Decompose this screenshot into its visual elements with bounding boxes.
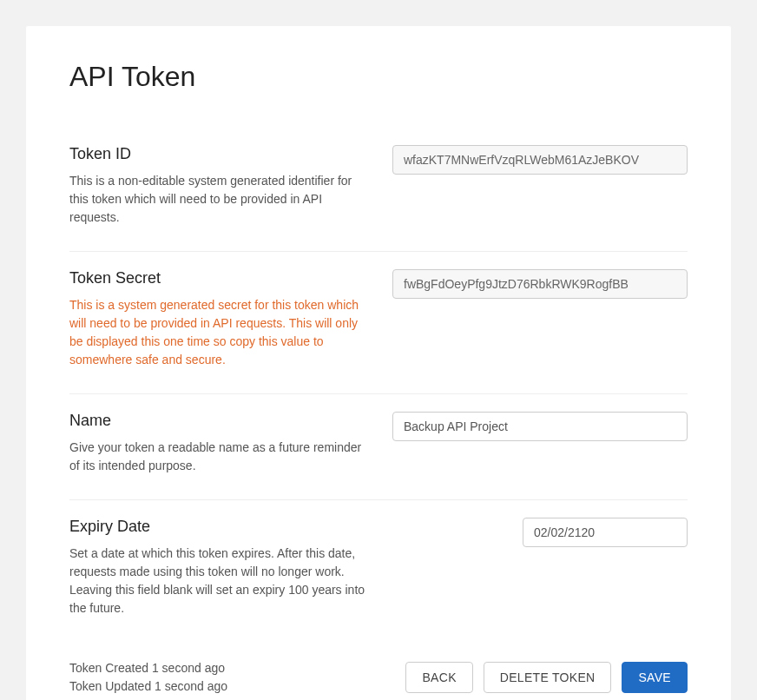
field-token-secret: Token Secret This is a system generated …	[69, 252, 688, 394]
expiry-label: Expiry Date	[69, 518, 366, 536]
token-created: Token Created 1 second ago	[69, 659, 227, 677]
token-secret-label: Token Secret	[69, 269, 366, 287]
button-group: BACK DELETE TOKEN SAVE	[405, 662, 688, 693]
delete-token-button[interactable]: DELETE TOKEN	[484, 662, 612, 693]
field-expiry: Expiry Date Set a date at which this tok…	[69, 500, 688, 642]
form-footer: Token Created 1 second ago Token Updated…	[69, 642, 688, 696]
save-button[interactable]: SAVE	[622, 662, 688, 693]
token-meta: Token Created 1 second ago Token Updated…	[69, 659, 227, 696]
token-updated: Token Updated 1 second ago	[69, 677, 227, 696]
back-button[interactable]: BACK	[405, 662, 472, 693]
token-id-help: This is a non-editable system generated …	[69, 172, 366, 227]
name-input[interactable]	[392, 412, 688, 441]
token-id-label: Token ID	[69, 145, 366, 163]
page-title: API Token	[69, 61, 688, 93]
expiry-help: Set a date at which this token expires. …	[69, 545, 366, 617]
api-token-form: API Token Token ID This is a non-editabl…	[26, 26, 731, 700]
expiry-input[interactable]	[523, 518, 688, 547]
token-secret-input	[392, 269, 688, 299]
name-label: Name	[69, 412, 366, 430]
field-token-id: Token ID This is a non-editable system g…	[69, 128, 688, 252]
token-secret-help: This is a system generated secret for th…	[69, 296, 366, 369]
name-help: Give your token a readable name as a fut…	[69, 439, 366, 475]
token-id-input	[392, 145, 688, 175]
field-name: Name Give your token a readable name as …	[69, 394, 688, 500]
